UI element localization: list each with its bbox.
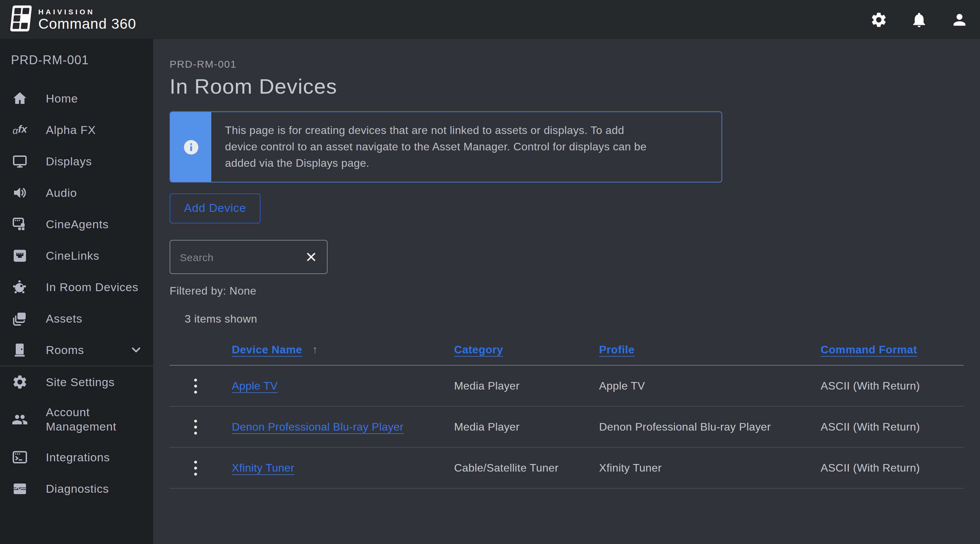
assets-stack-icon bbox=[11, 309, 29, 327]
speaker-icon bbox=[11, 184, 29, 201]
sidebar-item-assets[interactable]: Assets bbox=[0, 303, 153, 334]
cell-category: Media Player bbox=[454, 380, 599, 392]
monitor-icon bbox=[11, 152, 29, 170]
product-name: Command 360 bbox=[38, 15, 137, 32]
in-room-device-icon bbox=[11, 278, 29, 296]
sidebar-item-account-management[interactable]: Account Management bbox=[0, 398, 153, 441]
chevron-down-icon[interactable] bbox=[130, 344, 142, 356]
sidebar-item-integrations[interactable]: Integrations bbox=[0, 441, 153, 473]
sort-ascending-icon[interactable]: ↑ bbox=[312, 344, 318, 356]
items-shown-count: 3 items shown bbox=[170, 313, 964, 325]
sidebar-nav: Home αfx Alpha FX Displays bbox=[0, 83, 153, 504]
page-title: In Room Devices bbox=[170, 74, 964, 100]
cell-category: Media Player bbox=[454, 421, 599, 433]
cell-command-format: ASCII (With Return) bbox=[821, 462, 964, 474]
add-device-button[interactable]: Add Device bbox=[170, 193, 261, 224]
sidebar-item-audio[interactable]: Audio bbox=[0, 177, 153, 208]
sidebar-item-in-room-devices[interactable]: In Room Devices bbox=[0, 271, 153, 303]
cell-profile: Apple TV bbox=[599, 380, 821, 392]
filtered-by-label: Filtered by: None bbox=[170, 285, 964, 297]
info-banner: This page is for creating devices that a… bbox=[170, 111, 722, 182]
sidebar-item-rooms[interactable]: Rooms bbox=[0, 334, 153, 366]
row-actions-kebab-icon[interactable] bbox=[170, 460, 232, 476]
device-name-link[interactable]: Xfinity Tuner bbox=[232, 462, 294, 473]
table-header-category: Category bbox=[454, 344, 599, 356]
cineagents-icon bbox=[11, 215, 29, 233]
notifications-bell-icon[interactable] bbox=[910, 11, 928, 29]
gear-icon bbox=[11, 373, 29, 391]
devices-table: Device Name ↑ Category Profile Command F… bbox=[170, 344, 964, 488]
sidebar-room-id: PRD-RM-001 bbox=[0, 52, 153, 68]
videowall-logo-icon bbox=[9, 3, 33, 36]
info-icon bbox=[182, 138, 199, 155]
terminal-icon bbox=[11, 448, 29, 466]
search-input[interactable] bbox=[180, 251, 304, 263]
cell-command-format: ASCII (With Return) bbox=[821, 421, 964, 433]
sidebar-item-site-settings[interactable]: Site Settings bbox=[0, 366, 153, 398]
row-actions-kebab-icon[interactable] bbox=[170, 377, 232, 394]
user-profile-icon[interactable] bbox=[951, 11, 968, 29]
table-header-profile: Profile bbox=[599, 344, 821, 356]
table-header-row: Device Name ↑ Category Profile Command F… bbox=[170, 344, 964, 366]
table-header-device-name: Device Name ↑ bbox=[232, 344, 454, 356]
settings-gear-icon[interactable] bbox=[870, 11, 888, 29]
haivision-logo[interactable]: HAIVISION Command 360 bbox=[9, 3, 137, 36]
sidebar-item-home[interactable]: Home bbox=[0, 83, 153, 114]
home-icon bbox=[11, 90, 29, 107]
people-icon bbox=[11, 411, 29, 428]
door-icon bbox=[11, 341, 29, 359]
cell-profile: Xfinity Tuner bbox=[599, 462, 821, 474]
table-row: Xfinity Tuner Cable/Satellite Tuner Xfin… bbox=[170, 448, 964, 488]
search-box bbox=[170, 240, 328, 274]
main-content: PRD-RM-001 In Room Devices This page is … bbox=[153, 39, 980, 544]
row-actions-kebab-icon[interactable] bbox=[170, 419, 232, 435]
device-name-link[interactable]: Apple TV bbox=[232, 380, 278, 391]
diagnostics-pulse-icon bbox=[11, 480, 29, 498]
brand-name: HAIVISION bbox=[38, 7, 137, 15]
sidebar-item-cinelinks[interactable]: CineLinks bbox=[0, 240, 153, 271]
sidebar-item-alpha-fx[interactable]: αfx Alpha FX bbox=[0, 114, 153, 146]
sidebar-item-displays[interactable]: Displays bbox=[0, 146, 153, 177]
table-header-command-format: Command Format bbox=[821, 344, 964, 356]
breadcrumb: PRD-RM-001 bbox=[170, 58, 964, 70]
cell-category: Cable/Satellite Tuner bbox=[454, 462, 599, 474]
info-banner-text: This page is for creating devices that a… bbox=[211, 112, 663, 182]
sidebar-item-diagnostics[interactable]: Diagnostics bbox=[0, 473, 153, 504]
table-row: Apple TV Media Player Apple TV ASCII (Wi… bbox=[170, 366, 964, 407]
sidebar: PRD-RM-001 Home αfx Alpha FX bbox=[0, 39, 153, 544]
alpha-fx-icon: αfx bbox=[11, 121, 29, 139]
app-root: HAIVISION Command 360 PRD-RM-001 Home bbox=[0, 0, 980, 544]
device-name-link[interactable]: Denon Professional Blu-ray Player bbox=[232, 421, 404, 432]
top-header-bar: HAIVISION Command 360 bbox=[0, 0, 980, 39]
sidebar-item-cineagents[interactable]: CineAgents bbox=[0, 208, 153, 240]
cell-profile: Denon Professional Blu-ray Player bbox=[599, 421, 821, 433]
table-row: Denon Professional Blu-ray Player Media … bbox=[170, 407, 964, 448]
cell-command-format: ASCII (With Return) bbox=[821, 380, 964, 392]
ethernet-port-icon bbox=[11, 247, 29, 265]
clear-search-icon[interactable] bbox=[304, 249, 319, 265]
